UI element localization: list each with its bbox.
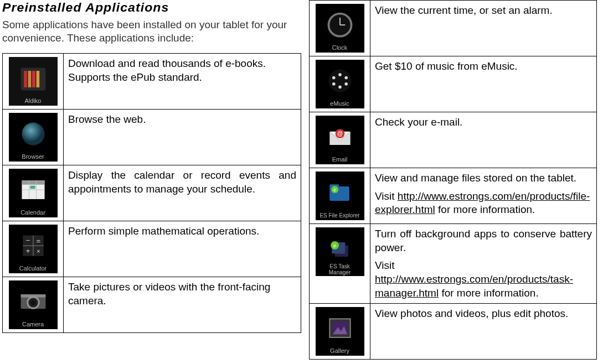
table-row: Clock View the current time, or set an a… [310,1,597,56]
svg-point-32 [332,82,336,86]
table-row: Browser Browse the web. [3,109,301,165]
es-task-manager-icon: e ES TaskManager [316,227,364,276]
table-row: @ Email Check your e-mail. [310,112,597,168]
svg-point-28 [338,73,342,76]
icon-cell: Clock [310,1,370,56]
icon-label: Email [316,155,364,163]
calculator-icon: −=+× Calculator [9,225,58,273]
svg-text:=: = [36,237,40,245]
icon-label: Aldiko [9,97,58,105]
icon-label: Camera [9,320,58,328]
svg-rect-4 [36,71,39,87]
icon-cell: e ES File Explorer [310,168,370,224]
icon-label: Gallery [316,347,364,355]
svg-rect-3 [32,71,35,87]
icon-label: Browser [9,153,58,160]
desc-cell: Turn off background apps to conserve bat… [370,224,597,304]
table-row: Calendar Display the calendar or record … [3,165,301,221]
svg-point-22 [30,300,35,305]
page-title: Preinstalled Applications [2,0,316,16]
svg-text:−: − [25,236,30,245]
icon-cell: Aldiko [3,53,64,109]
desc-cell: View and manage files stored on the tabl… [370,168,597,224]
icon-cell: e ES TaskManager [310,224,370,304]
desc-cell: Check your e-mail. [370,112,597,168]
svg-text:@: @ [337,131,342,137]
svg-text:+: + [25,247,30,255]
icon-cell: −=+× Calculator [3,221,64,277]
apps-table-left: Aldiko Download and read thousands of e-… [2,53,301,333]
icon-label: Calculator [9,264,58,272]
svg-text:×: × [37,248,40,254]
svg-rect-11 [30,186,35,189]
desc-cell: View photos and videos, plus edit photos… [370,304,597,360]
icon-label: ES TaskManager [316,263,364,275]
svg-rect-2 [28,71,31,87]
svg-text:e: e [333,243,336,248]
icon-cell: Browser [3,109,64,165]
apps-table-right: Clock View the current time, or set an a… [309,0,597,360]
browser-icon: Browser [9,113,58,162]
table-row: e ES File Explorer View and manage files… [310,168,597,224]
table-row: Camera Take pictures or videos with the … [3,277,301,332]
icon-cell: eMusic [310,56,370,112]
desc-cell: View the current time, or set an alarm. [370,1,597,56]
svg-point-26 [328,70,351,92]
svg-point-29 [344,76,348,80]
icon-label: Clock [316,44,364,51]
desc-text: Turn off background apps to conserve bat… [375,227,592,254]
desc-cell: Perform simple mathematical operations. [64,221,301,277]
desc-cell: Get $10 of music from eMusic. [370,56,597,112]
icon-label: eMusic [316,100,364,107]
visit-line: Visit http://www.estrongs.com/en/product… [375,190,592,217]
table-row: eMusic Get $10 of music from eMusic. [310,56,597,112]
emusic-icon: eMusic [316,60,364,108]
icon-cell: Camera [3,277,64,332]
table-row: Aldiko Download and read thousands of e-… [3,53,301,109]
visit-line: Visit http://www.estrongs.com/en/product… [375,259,592,300]
desc-cell: Display the calendar or record events an… [64,165,301,221]
email-icon: @ Email [316,116,364,164]
clock-icon: Clock [316,4,364,53]
desc-cell: Download and read thousands of e-books. … [64,53,301,109]
gallery-icon: Gallery [316,307,364,356]
icon-cell: @ Email [310,112,370,168]
svg-rect-7 [22,180,44,184]
svg-point-31 [338,86,342,89]
desc-text: View and manage files stored on the tabl… [375,171,592,185]
table-row: −=+× Calculator Perform simple mathemati… [3,221,301,277]
svg-point-27 [332,76,336,80]
aldiko-icon: Aldiko [9,57,58,106]
svg-point-5 [22,123,44,145]
icon-cell: Gallery [310,304,370,360]
icon-label: Calendar [9,209,58,216]
camera-icon: Camera [9,280,58,329]
svg-rect-1 [24,71,27,87]
table-row: Gallery View photos and videos, plus edi… [310,304,597,360]
icon-cell: Calendar [3,165,64,221]
calendar-icon: Calendar [9,169,58,217]
icon-label: ES File Explorer [316,212,364,219]
desc-cell: Browse the web. [64,109,301,165]
svg-text:e: e [333,187,336,193]
intro-text: Some applications have been installed on… [2,18,301,45]
svg-point-30 [344,82,348,86]
es-file-explorer-icon: e ES File Explorer [316,171,364,220]
table-row: e ES TaskManager Turn off background app… [310,224,597,304]
desc-cell: Take pictures or videos with the front-f… [64,277,301,332]
